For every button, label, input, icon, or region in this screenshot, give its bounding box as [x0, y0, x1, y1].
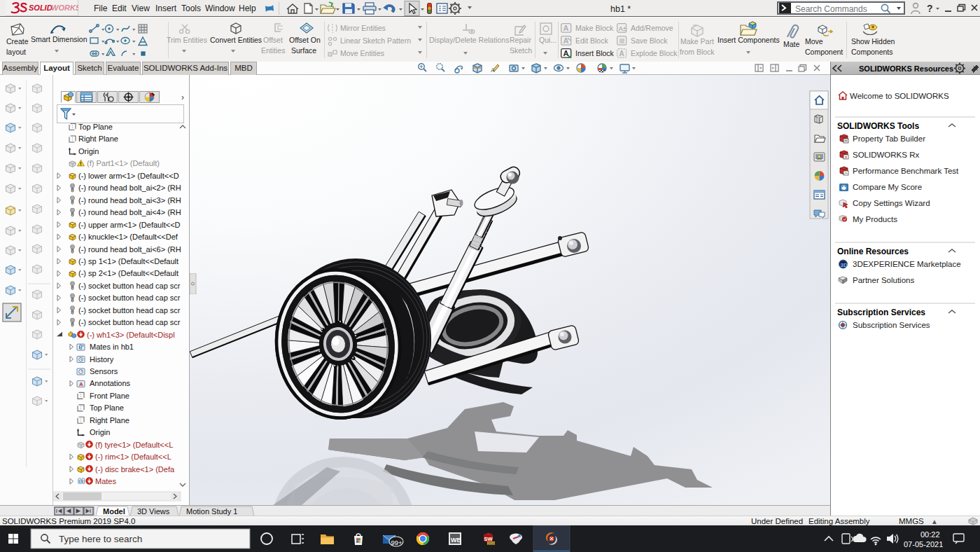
svg-text:Model: Model [103, 507, 125, 516]
svg-text:Mates: Mates [95, 477, 116, 485]
svg-text:2019: 2019 [488, 542, 496, 546]
svg-text:(-) socket button head cap scr: (-) socket button head cap scr [78, 294, 181, 302]
svg-text:A: A [491, 67, 495, 74]
svg-text:Subscription Services: Subscription Services [853, 321, 930, 329]
svg-text:(-) socket button head cap scr: (-) socket button head cap scr [78, 282, 181, 290]
svg-text:(-) round head bolt_ai<4> (RH: (-) round head bolt_ai<4> (RH [78, 208, 181, 216]
svg-text:WORKS: WORKS [51, 4, 78, 12]
svg-text:Sensors: Sensors [90, 367, 118, 375]
svg-text:(-) lower arm<1> (Default<<D: (-) lower arm<1> (Default<<D [78, 172, 179, 180]
svg-text:Welcome to SOLIDWORKS: Welcome to SOLIDWORKS [850, 92, 949, 100]
svg-text:Copy Settings Wizard: Copy Settings Wizard [853, 199, 930, 207]
svg-text:3D: 3D [841, 262, 848, 268]
svg-text:(-) round head bolt_ai<3> (RH: (-) round head bolt_ai<3> (RH [78, 196, 181, 205]
svg-text:3DEXPERIENCE Marketplace: 3DEXPERIENCE Marketplace [853, 260, 961, 268]
svg-text:Subscription Services: Subscription Services [837, 308, 925, 317]
svg-text:(-) round head bolt_ai<6> (RH: (-) round head bolt_ai<6> (RH [78, 245, 181, 254]
svg-text:(-) wh1<3> (Default<Displ: (-) wh1<3> (Default<Displ [87, 331, 175, 339]
svg-text:00:22: 00:22 [920, 530, 940, 539]
svg-text:Mates in hb1: Mates in hb1 [90, 343, 134, 351]
svg-text:07-05-2021: 07-05-2021 [904, 540, 943, 548]
svg-text:Online Resources: Online Resources [837, 247, 909, 256]
svg-text:(-) socket button head cap scr: (-) socket button head cap scr [78, 318, 181, 326]
svg-text:Partner Solutions: Partner Solutions [853, 276, 914, 284]
svg-text:99+: 99+ [391, 539, 403, 546]
svg-text:(f) Part1<1> (Default): (f) Part1<1> (Default) [87, 159, 160, 167]
svg-text:SOLIDWORKS Rx: SOLIDWORKS Rx [853, 151, 919, 159]
svg-text:Compare My Score: Compare My Score [853, 183, 922, 191]
svg-text:My Products: My Products [853, 215, 897, 223]
svg-text:Top Plane: Top Plane [78, 123, 113, 131]
svg-text:History: History [90, 355, 114, 364]
svg-text:?: ? [927, 3, 933, 14]
svg-text:3D Views: 3D Views [137, 507, 170, 516]
svg-text:Annotations: Annotations [90, 379, 131, 387]
svg-text:Motion Study 1: Motion Study 1 [186, 507, 237, 516]
svg-text:A: A [564, 24, 569, 32]
svg-text:Origin: Origin [90, 428, 110, 436]
svg-text:Right Plane: Right Plane [90, 416, 130, 425]
svg-text:(-) rim<1> (Default<<L: (-) rim<1> (Default<<L [95, 453, 172, 461]
svg-text:(-) knuckle<1> (Default<<Def: (-) knuckle<1> (Default<<Def [78, 233, 178, 241]
svg-text:(-) upper arm<1> (Default<<D: (-) upper arm<1> (Default<<D [78, 221, 181, 229]
svg-text:Right Plane: Right Plane [78, 134, 118, 143]
svg-text:SOLID: SOLID [29, 4, 52, 12]
svg-text:WB: WB [451, 537, 461, 544]
svg-text:(-) round head bolt_ai<2> (RH: (-) round head bolt_ai<2> (RH [78, 184, 181, 192]
svg-text:(-) socket button head cap scr: (-) socket button head cap scr [78, 306, 181, 315]
svg-text:A: A [620, 50, 624, 57]
svg-text:(-) sp 1<1> (Default<<Default: (-) sp 1<1> (Default<<Default [78, 257, 178, 265]
svg-text:Performance Benchmark Test: Performance Benchmark Test [853, 167, 959, 175]
svg-text:A±: A± [619, 25, 626, 32]
svg-text:Property Tab Builder: Property Tab Builder [853, 134, 925, 143]
svg-text:SOLIDWORKS Tools: SOLIDWORKS Tools [837, 121, 919, 131]
svg-text:SOLIDWORKS Resources: SOLIDWORKS Resources [859, 64, 953, 73]
svg-text:Front Plane: Front Plane [90, 392, 130, 400]
svg-text:Type here to search: Type here to search [59, 534, 142, 544]
svg-text:Origin: Origin [78, 147, 99, 156]
svg-text:(-) disc brake<1> (Defa: (-) disc brake<1> (Defa [95, 465, 175, 474]
svg-text:(f) tyre<1> (Default<<L: (f) tyre<1> (Default<<L [95, 441, 173, 449]
svg-text:(-) sp 2<1> (Default<<Default: (-) sp 2<1> (Default<<Default [78, 269, 178, 277]
svg-text:A: A [564, 49, 569, 57]
svg-text:Top Plane: Top Plane [90, 403, 124, 412]
